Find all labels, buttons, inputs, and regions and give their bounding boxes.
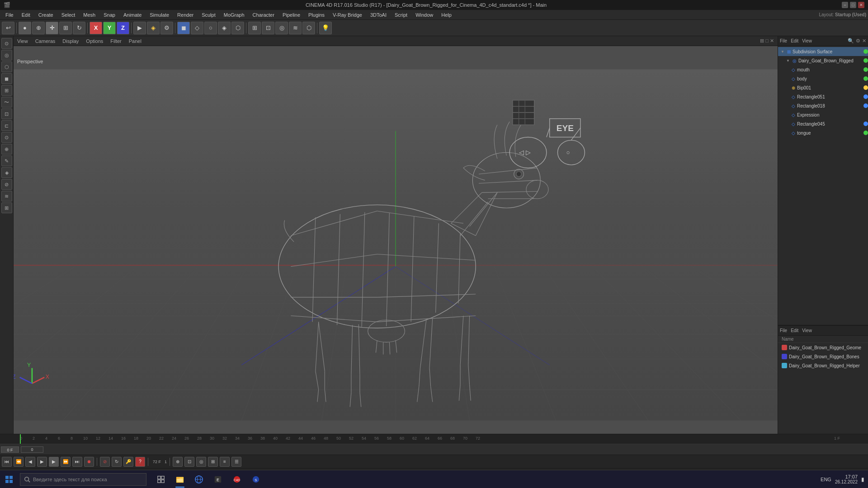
hier-close-icon[interactable]: ✕ (862, 38, 866, 44)
timeline-track[interactable]: 0 F 0 (0, 444, 868, 455)
go-to-end[interactable]: ⏭ (72, 457, 82, 467)
transport-extra2[interactable]: ⊡ (184, 457, 194, 467)
transport-extra1[interactable]: ⊕ (173, 457, 183, 467)
layer-helper[interactable]: Dairy_Goat_Brown_Rigged_Helper (778, 361, 868, 370)
hier-view-menu[interactable]: View (802, 38, 812, 43)
menu-vray[interactable]: V-Ray Bridge (329, 11, 366, 19)
paint-tool[interactable]: ✎ (1, 155, 12, 166)
menu-mesh[interactable]: Mesh (80, 11, 99, 19)
point-mode[interactable]: ○ (204, 22, 217, 34)
show-desktop-btn[interactable]: ▮ (861, 476, 864, 483)
menu-mograph[interactable]: MoGraph (220, 11, 248, 19)
play-btn[interactable]: ▶ (37, 457, 47, 467)
hier-item-body[interactable]: ◇ body (778, 74, 868, 83)
start-button[interactable] (0, 470, 18, 488)
menu-snap[interactable]: Snap (100, 11, 119, 19)
menu-pipeline[interactable]: Pipeline (279, 11, 304, 19)
expand-icon2[interactable]: ▼ (786, 59, 791, 63)
z-axis-btn[interactable]: Z (117, 22, 129, 34)
vertex-snap[interactable]: ◎ (275, 22, 288, 34)
prev-frame[interactable]: ◀ (25, 457, 35, 467)
some-tool2[interactable]: ⬡ (302, 22, 315, 34)
menu-select[interactable]: Select (58, 11, 79, 19)
mesh-tool[interactable]: ⊞ (1, 85, 12, 96)
menu-character[interactable]: Character (249, 11, 278, 19)
timeline-ruler[interactable]: 0 2 4 6 8 10 12 14 16 18 20 22 24 26 28 … (0, 434, 868, 444)
play-forward[interactable]: ▶ (49, 457, 59, 467)
layers-file-menu[interactable]: File (780, 328, 787, 333)
undo-button[interactable]: ↩ (2, 22, 14, 34)
close-button[interactable]: ✕ (858, 2, 864, 8)
menu-create[interactable]: Create (35, 11, 57, 19)
light-btn[interactable]: 💡 (319, 22, 332, 34)
maximize-button[interactable]: □ (850, 2, 856, 8)
frame-start[interactable]: 0 F (1, 446, 19, 453)
rotate-tool[interactable]: ↻ (73, 22, 85, 34)
layer-geome[interactable]: Dairy_Goat_Brown_Rigged_Geome (778, 343, 868, 352)
taskbar-multitask[interactable] (152, 470, 170, 488)
uv-mode[interactable]: ⬡ (231, 22, 244, 34)
taskbar-epic[interactable]: E (209, 470, 227, 488)
taskbar-browser[interactable] (190, 470, 208, 488)
edge-mode[interactable]: ◇ (191, 22, 203, 34)
menu-3dtoai[interactable]: 3DToAI (367, 11, 390, 19)
menu-animate[interactable]: Animate (120, 11, 145, 19)
key-btn[interactable]: ? (135, 457, 145, 467)
loop-btn[interactable]: ↻ (112, 457, 122, 467)
spline-tool[interactable]: 〜 (1, 97, 12, 108)
viewport-icons[interactable]: ⊞ □ ✕ (760, 38, 774, 44)
taskbar-file-explorer[interactable] (171, 470, 189, 488)
polygon-mode[interactable]: ◼ (177, 22, 190, 34)
layers-view-menu[interactable]: View (802, 328, 812, 333)
transport-extra6[interactable]: ☰ (231, 457, 241, 467)
taskbar-cinema4d[interactable]: C4D (228, 470, 246, 488)
options-menu[interactable]: Options (86, 38, 103, 44)
camera-tool[interactable]: ⊙ (1, 132, 12, 143)
display-menu[interactable]: Display (62, 38, 79, 44)
menu-window[interactable]: Window (412, 11, 437, 19)
cameras-menu[interactable]: Cameras (35, 38, 56, 44)
prev-key[interactable]: ⏪ (14, 457, 24, 467)
hair-tool[interactable]: ≋ (1, 191, 12, 202)
record-btn[interactable]: ⏺ (84, 457, 94, 467)
hier-file-menu[interactable]: File (780, 38, 787, 43)
menu-render[interactable]: Render (174, 11, 197, 19)
menu-file[interactable]: File (2, 11, 17, 19)
select-tool[interactable]: ⊕ (32, 22, 45, 34)
y-axis-btn[interactable]: Y (103, 22, 116, 34)
render-settings[interactable]: ⚙ (160, 22, 173, 34)
menu-edit[interactable]: Edit (18, 11, 34, 19)
model-mode-button[interactable]: ● (19, 22, 31, 34)
hier-item-goat[interactable]: ▼ ◎ Dairy_Goat_Brown_Rigged (778, 56, 868, 65)
extrude-tool[interactable]: ⊡ (1, 108, 12, 119)
transport-extra4[interactable]: ⊞ (208, 457, 218, 467)
rigging-tool[interactable]: ⊕ (1, 144, 12, 155)
hier-item-tongue[interactable]: ◇ tongue (778, 128, 868, 137)
auto-key[interactable]: 🔑 (123, 457, 133, 467)
some-tool1[interactable]: ≋ (289, 22, 302, 34)
transport-extra5[interactable]: ≡ (220, 457, 230, 467)
current-frame-display[interactable]: 0 (21, 446, 43, 453)
hier-item-mouth[interactable]: ◇ mouth (778, 65, 868, 74)
move-tool[interactable]: ✛ (46, 22, 58, 34)
taskbar-search[interactable]: Введите здесь текст для поиска (20, 473, 146, 486)
hier-search-icon[interactable]: 🔍 (848, 38, 854, 44)
mograph-tool[interactable]: ⊞ (1, 202, 12, 213)
hier-item-expression[interactable]: ◇ Expression (778, 110, 868, 119)
menu-simulate[interactable]: Simulate (146, 11, 173, 19)
texture-mode[interactable]: ◈ (218, 22, 231, 34)
view-tool[interactable]: ⬡ (1, 61, 12, 72)
layer-bones[interactable]: Dairy_Goat_Brown_Rigged_Bones (778, 352, 868, 361)
filter-menu[interactable]: Filter (110, 38, 121, 44)
object-tool[interactable]: ⊙ (1, 38, 12, 49)
layers-edit-menu[interactable]: Edit (791, 328, 798, 333)
panel-menu[interactable]: Panel (129, 38, 142, 44)
go-to-start[interactable]: ⏮ (2, 457, 12, 467)
x-axis-btn[interactable]: X (90, 22, 102, 34)
scale-tool[interactable]: ⊞ (59, 22, 72, 34)
hier-item-bip001[interactable]: ⊕ Bip001 (778, 83, 868, 92)
snap-toggle[interactable]: ⊞ (248, 22, 261, 34)
menu-plugins[interactable]: Plugins (305, 11, 328, 19)
hier-item-rect045[interactable]: ◇ Rectangle045 (778, 119, 868, 128)
window-controls[interactable]: − □ ✕ (842, 2, 864, 8)
